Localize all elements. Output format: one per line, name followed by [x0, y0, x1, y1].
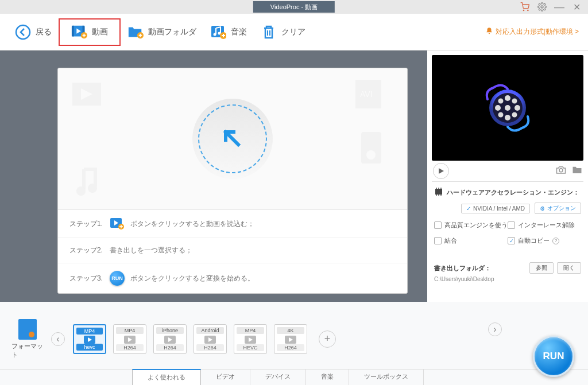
- preview-area: [432, 55, 583, 161]
- step1-text: ボタンをクリックすると動画を読込む；: [130, 219, 254, 229]
- right-panel: ハードウェアアクセラレーション・エンジン： ✓NVIDIA / Intel / …: [427, 50, 588, 302]
- folder-label: 動画フォルダ: [148, 27, 196, 37]
- autocopy-checkbox[interactable]: ✓自動コピー?: [508, 236, 581, 245]
- svg-text:AVI: AVI: [360, 90, 373, 99]
- run-small-icon: RUN: [110, 271, 125, 286]
- main-toolbar: 戻る 動画 動画フォルダ 音楽 クリア 対応入出力形式|動作環境 >: [0, 14, 588, 50]
- format-button[interactable]: フォーマット: [11, 319, 43, 359]
- output-path: C:\Users\yuuki\Desktop: [434, 276, 581, 282]
- preview-controls: [432, 161, 583, 181]
- main-left: AVI ステップ1. ボタンをクリックすると動画を読込む； ステップ2. 書き出…: [0, 50, 427, 302]
- formats-link-text: 対応入出力形式|動作環境 >: [496, 27, 579, 37]
- svg-point-19: [88, 184, 97, 193]
- svg-point-30: [495, 105, 501, 111]
- svg-point-27: [505, 105, 510, 111]
- format-card[interactable]: MP4hevc: [73, 324, 106, 354]
- hq-engine-checkbox[interactable]: 高品質エンジンを使う: [434, 221, 508, 230]
- formats-link[interactable]: 対応入出力形式|動作環境 >: [485, 27, 579, 37]
- merge-checkbox[interactable]: 結合: [434, 236, 508, 245]
- format-card[interactable]: AndroidH264: [194, 324, 227, 354]
- music-button[interactable]: 音楽: [203, 21, 254, 44]
- drop-circle[interactable]: [192, 99, 273, 179]
- option-button[interactable]: ⚙オプション: [535, 203, 581, 214]
- svg-point-34: [498, 112, 504, 118]
- tab[interactable]: よく使われる: [132, 369, 201, 385]
- format-top: MP4: [237, 327, 264, 334]
- close-icon[interactable]: ✕: [572, 2, 581, 11]
- folder-button[interactable]: 動画フォルダ: [121, 21, 203, 44]
- play-button[interactable]: [433, 163, 449, 179]
- back-button[interactable]: 戻る: [8, 21, 59, 44]
- format-top: MP4: [76, 328, 103, 335]
- back-icon: [15, 25, 31, 39]
- hw-gpu-chip: ✓NVIDIA / Intel / AMD: [461, 204, 530, 213]
- format-bot: hevc: [76, 344, 103, 351]
- music-label: 音楽: [231, 27, 247, 37]
- tab[interactable]: デバイス: [250, 370, 306, 385]
- bottom-bar: フォーマット ‹ MP4hevcMP4H264iPhoneH264Android…: [0, 302, 588, 385]
- app-logo-icon: [482, 82, 533, 134]
- format-bot: H264: [196, 344, 224, 351]
- trash-icon: [261, 25, 277, 39]
- settings-icon[interactable]: [537, 2, 547, 11]
- output-section: 書き出しフォルダ： 参照 開く C:\Users\yuuki\Desktop: [432, 258, 583, 287]
- svg-point-18: [76, 186, 86, 196]
- step1-label: ステップ1.: [69, 219, 104, 229]
- format-next[interactable]: ›: [488, 322, 502, 336]
- cart-icon[interactable]: [520, 2, 529, 11]
- bell-icon: [485, 27, 493, 37]
- svg-point-28: [505, 95, 510, 101]
- format-row: フォーマット ‹ MP4hevcMP4H264iPhoneH264Android…: [0, 302, 588, 369]
- step3-text: ボタンをクリックすると変換を始める。: [130, 274, 254, 283]
- format-card[interactable]: MP4H264: [113, 324, 146, 354]
- browse-button[interactable]: 参照: [529, 262, 554, 274]
- step-1: ステップ1. ボタンをクリックすると動画を読込む；: [58, 210, 407, 238]
- drop-zone[interactable]: AVI: [58, 68, 407, 209]
- deinterlace-checkbox[interactable]: インターレース解除: [508, 221, 581, 230]
- tab[interactable]: 音楽: [306, 370, 349, 385]
- step2-label: ステップ2.: [69, 246, 104, 255]
- output-title: 書き出しフォルダ：: [434, 264, 491, 273]
- svg-point-21: [366, 150, 376, 160]
- folder-open-icon[interactable]: [572, 165, 582, 177]
- format-card[interactable]: iPhoneH264: [153, 324, 187, 354]
- clear-button[interactable]: クリア: [254, 21, 312, 44]
- run-button[interactable]: RUN: [533, 336, 574, 377]
- format-bot: HEVC: [237, 344, 264, 351]
- format-bot: H264: [156, 344, 184, 351]
- format-prev[interactable]: ‹: [51, 332, 65, 346]
- svg-rect-5: [72, 25, 74, 36]
- svg-marker-36: [439, 168, 444, 174]
- format-bot: H264: [116, 344, 144, 351]
- step-3: ステップ3. RUN ボタンをクリックすると変換を始める。: [58, 263, 407, 293]
- step3-label: ステップ3.: [69, 274, 104, 283]
- tab[interactable]: ツールボックス: [349, 370, 424, 385]
- video-add-icon: [110, 217, 125, 230]
- clear-label: クリア: [281, 27, 305, 37]
- upload-arrow-icon: [221, 127, 244, 150]
- format-top: iPhone: [156, 327, 184, 334]
- svg-point-3: [16, 25, 30, 39]
- format-card[interactable]: 4KH264: [274, 324, 307, 354]
- snapshot-icon[interactable]: [556, 165, 566, 177]
- video-icon: [71, 25, 87, 39]
- chip-icon: [434, 188, 443, 197]
- hw-accel-section: ハードウェアアクセラレーション・エンジン： ✓NVIDIA / Intel / …: [432, 181, 583, 258]
- main-area: AVI ステップ1. ボタンをクリックすると動画を読込む； ステップ2. 書き出…: [0, 50, 588, 302]
- format-card[interactable]: MP4HEVC: [234, 324, 267, 354]
- watermark-icon: [69, 164, 110, 204]
- music-icon: [210, 25, 226, 39]
- title-bar: VideoProc - 動画 — ✕: [0, 0, 588, 14]
- svg-point-35: [512, 112, 517, 118]
- hw-title: ハードウェアアクセラレーション・エンジン：: [434, 188, 581, 197]
- svg-point-31: [514, 105, 520, 111]
- format-top: 4K: [277, 327, 304, 334]
- tab[interactable]: ビデオ: [201, 370, 250, 385]
- add-format-button[interactable]: +: [319, 330, 336, 348]
- video-button[interactable]: 動画: [59, 18, 121, 46]
- open-button[interactable]: 開く: [557, 262, 581, 274]
- svg-point-32: [498, 99, 504, 104]
- svg-point-2: [541, 6, 543, 8]
- format-icon: [18, 319, 37, 340]
- minimize-icon[interactable]: —: [555, 2, 564, 11]
